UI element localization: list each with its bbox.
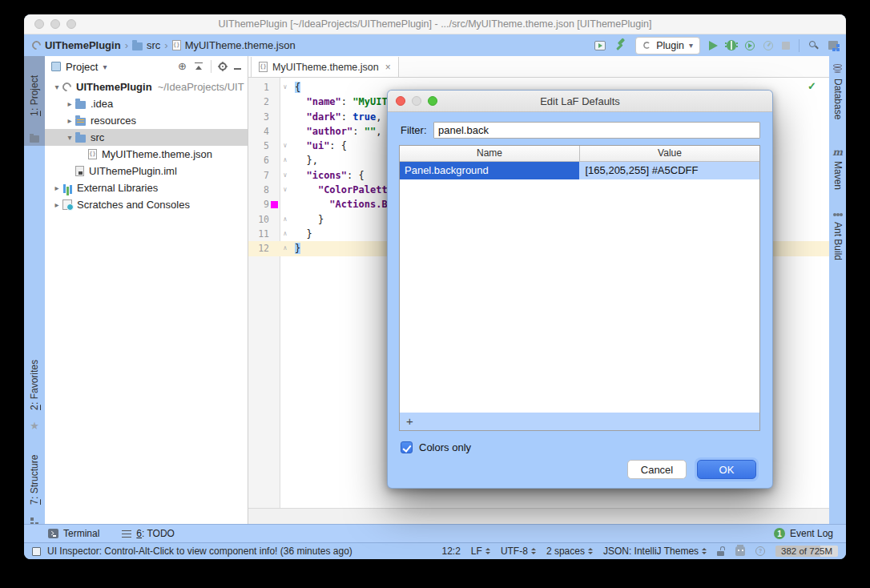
indent-select[interactable]: 2 spaces [546, 546, 593, 557]
profiler-icon [763, 41, 773, 50]
fold-marker-icon[interactable]: ∨ [280, 139, 291, 153]
maven-icon [832, 147, 843, 157]
locate-file-icon[interactable]: ⊕ [178, 62, 187, 71]
stripe-item-database[interactable]: Database [829, 62, 846, 119]
row-name-cell[interactable]: Panel.background [400, 162, 579, 179]
tool-window-button-terminal[interactable]: Terminal [48, 528, 99, 539]
folder-icon [132, 42, 143, 50]
code-text: } [291, 212, 324, 227]
project-panel-title[interactable]: Project [66, 61, 98, 73]
stripe-item-structure[interactable]: 7: Structure [24, 442, 45, 529]
breadcrumb-item[interactable]: UIThemePlugin [32, 39, 121, 51]
breadcrumb-item[interactable]: src [132, 39, 160, 51]
memory-indicator[interactable]: 382 of 725M [775, 546, 838, 557]
tree-expand-arrow[interactable]: ▸ [51, 183, 62, 192]
gutter-spacer [269, 212, 280, 227]
line-number: 8 [248, 183, 269, 197]
run-tool-window-icon[interactable] [594, 41, 606, 50]
tree-expand-arrow[interactable]: ▸ [64, 99, 75, 108]
run-icon[interactable] [709, 41, 718, 50]
dialog-zoom-button[interactable] [428, 96, 437, 106]
status-message-icon[interactable] [32, 547, 41, 556]
code-text: { [291, 80, 300, 95]
traffic-lights [34, 19, 76, 29]
run-configuration-select[interactable]: Plugin ▾ [635, 37, 700, 54]
build-hammer-icon[interactable] [614, 39, 626, 51]
close-window-button[interactable] [34, 19, 44, 29]
file-type-select[interactable]: JSON: IntelliJ Themes [603, 546, 707, 557]
table-row[interactable]: Panel.background[165,205,255] #A5CDFF [400, 162, 759, 179]
debug-icon[interactable] [727, 40, 736, 50]
row-value-cell[interactable]: [165,205,255] #A5CDFF [579, 162, 760, 179]
close-tab-icon[interactable]: × [385, 62, 391, 73]
plugin-icon [30, 39, 43, 52]
fold-marker-icon[interactable]: ∧ [280, 227, 291, 241]
stripe-item-favorites[interactable]: 2: Favorites [24, 349, 45, 434]
line-number: 6 [248, 153, 269, 167]
tree-row-scratches-and-consoles[interactable]: ▸Scratches and Consoles [45, 196, 248, 213]
ok-button[interactable]: OK [697, 460, 756, 479]
plugin-icon [643, 42, 650, 49]
minimize-window-button[interactable] [50, 19, 60, 29]
gear-icon[interactable] [219, 62, 227, 70]
hector-inspector-icon[interactable] [735, 546, 745, 556]
gear-question-icon[interactable] [755, 546, 765, 556]
fold-marker-icon[interactable]: ∧ [280, 153, 291, 167]
tree-row-external-libraries[interactable]: ▸External Libraries [45, 179, 248, 196]
tree-expand-arrow[interactable]: ▾ [51, 83, 62, 91]
stripe-item-ant-build[interactable]: Ant Build [829, 210, 846, 260]
run-with-coverage-icon[interactable] [745, 41, 755, 50]
caret-position[interactable]: 12:2 [442, 546, 461, 557]
fold-marker-icon[interactable]: ∨ [280, 183, 291, 197]
code-text: "dark": true, [291, 110, 381, 124]
event-log-widget[interactable]: 1 Event Log [774, 528, 833, 539]
tree-row-myuitheme-theme-json[interactable]: MyUITheme.theme.json [45, 146, 248, 163]
tree-row-resources[interactable]: ▸resources [45, 112, 248, 129]
project-structure-icon[interactable] [828, 41, 838, 50]
value-column-header[interactable]: Value [580, 146, 759, 161]
line-separator-select[interactable]: LF [471, 546, 490, 557]
fold-marker-icon[interactable]: ∨ [280, 80, 291, 95]
updown-arrows-icon [485, 548, 490, 554]
color-preview-icon[interactable] [271, 201, 278, 208]
tree-expand-arrow[interactable]: ▾ [64, 133, 75, 142]
stripe-item-maven[interactable]: Maven [829, 146, 846, 190]
dialog-close-button[interactable] [396, 96, 405, 106]
fold-marker-icon[interactable]: ∨ [280, 168, 291, 183]
stripe-item-project[interactable]: 1: Project [24, 56, 45, 146]
name-column-header[interactable]: Name [400, 146, 580, 161]
tree-label: External Libraries [77, 182, 158, 194]
line-number: 11 [248, 227, 269, 241]
filter-input[interactable] [433, 122, 760, 139]
breadcrumb-separator: › [164, 39, 167, 51]
colors-only-checkbox[interactable] [401, 441, 413, 453]
search-everywhere-icon[interactable] [808, 40, 820, 51]
fold-marker-icon[interactable]: ∧ [280, 241, 291, 256]
tree-expand-arrow[interactable]: ▸ [64, 116, 75, 125]
tree-row-src[interactable]: ▾src [45, 129, 248, 146]
breadcrumb-item[interactable]: MyUITheme.theme.json [172, 39, 296, 51]
code-text: } [291, 227, 312, 241]
breadcrumb: UIThemePlugin›src›MyUITheme.theme.json [32, 39, 296, 51]
tree-expand-arrow[interactable]: ▸ [51, 200, 62, 209]
zoom-window-button[interactable] [66, 19, 76, 29]
fold-marker-icon[interactable]: ∧ [280, 212, 291, 227]
cancel-button[interactable]: Cancel [627, 460, 687, 479]
editor-tab[interactable]: MyUITheme.theme.json × [251, 57, 399, 77]
hide-panel-icon[interactable] [234, 68, 241, 70]
encoding-select[interactable]: UTF-8 [501, 546, 536, 557]
chevron-down-icon[interactable]: ▾ [103, 62, 107, 71]
tree-row-uithemeplugin-iml[interactable]: UIThemePlugin.iml [45, 163, 248, 179]
collapse-all-icon[interactable] [194, 62, 203, 71]
tree-label: resources [91, 115, 136, 127]
table-toolbar: + [399, 413, 760, 431]
unlock-icon[interactable] [717, 546, 725, 556]
gutter-color-swatch [269, 197, 280, 211]
gutter-spacer [269, 227, 280, 241]
line-number: 1 [248, 80, 269, 95]
event-log-label: Event Log [790, 528, 833, 539]
tree-row-uithemeplugin[interactable]: ▾UIThemePlugin~/IdeaProjects/UIT [45, 79, 248, 95]
add-button[interactable]: + [406, 413, 413, 429]
tool-window-button-6-todo[interactable]: 6: TODO [122, 528, 175, 539]
tree-row--idea[interactable]: ▸.idea [45, 95, 248, 112]
